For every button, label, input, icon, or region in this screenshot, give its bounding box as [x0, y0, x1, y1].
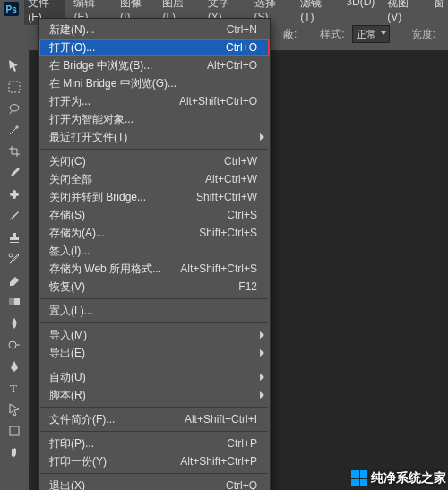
- menu-item[interactable]: 签入(I)...: [39, 242, 270, 260]
- menu-item[interactable]: 自动(U): [39, 368, 270, 386]
- menu-item-label: 存储为(A)...: [49, 226, 199, 241]
- gradient-tool-icon[interactable]: [4, 292, 25, 312]
- tools-panel: T: [0, 50, 30, 462]
- menu-item-label: 文件简介(F)...: [49, 412, 185, 427]
- type-tool-icon[interactable]: T: [4, 378, 25, 398]
- menu-item-shortcut: Alt+Ctrl+W: [205, 173, 257, 185]
- hand-tool-icon[interactable]: [4, 443, 25, 462]
- submenu-arrow-icon: [260, 391, 264, 399]
- menu-item[interactable]: 关闭并转到 Bridge...Shift+Ctrl+W: [39, 188, 270, 206]
- move-tool-icon[interactable]: [4, 56, 25, 75]
- menu-filter[interactable]: 滤镜(T): [297, 0, 337, 25]
- menu-item-shortcut: Alt+Ctrl+O: [207, 59, 257, 72]
- menu-view[interactable]: 视图(V): [383, 0, 425, 25]
- menu-separator: [40, 149, 268, 150]
- menu-item-label: 存储(S): [49, 208, 227, 223]
- menu-item-label: 在 Mini Bridge 中浏览(G)...: [49, 76, 257, 91]
- path-select-tool-icon[interactable]: [4, 400, 25, 419]
- menu-separator: [40, 473, 268, 474]
- menu-item-label: 脚本(R): [49, 388, 257, 403]
- lasso-tool-icon[interactable]: [4, 99, 25, 118]
- menu-item-shortcut: Ctrl+O: [226, 41, 257, 54]
- menu-item[interactable]: 脚本(R): [39, 386, 270, 404]
- menu-separator: [40, 298, 268, 299]
- menu-item[interactable]: 关闭(C)Ctrl+W: [39, 152, 270, 170]
- menu-separator: [40, 407, 268, 408]
- menu-item[interactable]: 存储为(A)...Shift+Ctrl+S: [39, 224, 270, 242]
- submenu-arrow-icon: [260, 374, 264, 381]
- menu-item-shortcut: Alt+Shift+Ctrl+S: [180, 262, 257, 275]
- menu-item[interactable]: 打印(P)...Ctrl+P: [39, 434, 270, 452]
- menu-item[interactable]: 存储为 Web 所用格式...Alt+Shift+Ctrl+S: [39, 260, 270, 278]
- menu-separator: [40, 431, 268, 432]
- menu-item-shortcut: Ctrl+Q: [226, 479, 257, 490]
- menu-item[interactable]: 在 Bridge 中浏览(B)...Alt+Ctrl+O: [39, 56, 270, 74]
- menu-item-label: 关闭全部: [49, 172, 205, 187]
- menu-item-label: 存储为 Web 所用格式...: [49, 262, 180, 277]
- eyedropper-tool-icon[interactable]: [4, 163, 25, 183]
- menu-item-label: 恢复(V): [49, 279, 238, 295]
- menu-item-label: 在 Bridge 中浏览(B)...: [49, 58, 207, 73]
- menu-item-label: 自动(U): [49, 370, 257, 385]
- file-menu-dropdown: 新建(N)...Ctrl+N打开(O)...Ctrl+O在 Bridge 中浏览…: [38, 18, 271, 490]
- menu-separator: [40, 322, 268, 323]
- watermark: 纯净系统之家: [351, 470, 446, 486]
- menu-item-shortcut: Ctrl+N: [227, 23, 257, 36]
- menu-item-label: 置入(L)...: [49, 304, 257, 319]
- menu-item-shortcut: Ctrl+S: [227, 209, 257, 221]
- shape-tool-icon[interactable]: [4, 421, 25, 441]
- menu-3d[interactable]: 3D(D): [342, 0, 378, 25]
- menu-item[interactable]: 在 Mini Bridge 中浏览(G)...: [39, 74, 270, 92]
- menu-bar: Ps 文件(F)编辑(E)图像(I)图层(L)文字(Y)选择(S)滤镜(T)3D…: [0, 0, 448, 18]
- menu-item-label: 打开(O)...: [49, 40, 226, 56]
- menu-item-label: 签入(I)...: [49, 244, 257, 259]
- history-brush-tool-icon[interactable]: [4, 249, 25, 269]
- menu-item-label: 关闭并转到 Bridge...: [49, 190, 196, 205]
- dodge-tool-icon[interactable]: [4, 335, 25, 355]
- menu-item-label: 新建(N)...: [49, 22, 227, 38]
- menu-item[interactable]: 存储(S)Ctrl+S: [39, 206, 270, 224]
- menu-item[interactable]: 置入(L)...: [39, 302, 270, 320]
- menu-item-shortcut: Shift+Ctrl+W: [196, 191, 257, 203]
- menu-item-shortcut: F12: [238, 280, 257, 293]
- menu-item[interactable]: 打印一份(Y)Alt+Shift+Ctrl+P: [39, 452, 270, 470]
- svg-text:T: T: [10, 382, 17, 395]
- menu-item-label: 最近打开文件(T): [49, 130, 257, 145]
- menu-item[interactable]: 打开为智能对象...: [39, 110, 270, 128]
- menu-item-shortcut: Alt+Shift+Ctrl+I: [185, 413, 257, 426]
- marquee-tool-icon[interactable]: [4, 77, 25, 97]
- brush-tool-icon[interactable]: [4, 206, 25, 226]
- menu-item[interactable]: 新建(N)...Ctrl+N: [39, 21, 270, 39]
- menu-item-label: 打印(P)...: [49, 436, 227, 451]
- blur-tool-icon[interactable]: [4, 314, 25, 333]
- wand-tool-icon[interactable]: [4, 120, 25, 140]
- menu-item-label: 关闭(C): [49, 154, 224, 169]
- menu-window-truncated[interactable]: 窗: [430, 0, 448, 25]
- menu-item-label: 打开为...: [49, 94, 179, 109]
- menu-item-shortcut: Alt+Shift+Ctrl+P: [180, 455, 257, 468]
- submenu-arrow-icon: [260, 331, 264, 339]
- menu-item[interactable]: 文件简介(F)...Alt+Shift+Ctrl+I: [39, 410, 270, 428]
- submenu-arrow-icon: [260, 349, 264, 357]
- watermark-logo-icon: [351, 470, 367, 486]
- style-select[interactable]: 正常: [352, 25, 390, 43]
- menu-item[interactable]: 导出(E): [39, 344, 270, 362]
- menu-item[interactable]: 关闭全部Alt+Ctrl+W: [39, 170, 270, 188]
- svg-rect-8: [10, 426, 19, 435]
- menu-item-label: 打开为智能对象...: [49, 112, 257, 127]
- menu-item[interactable]: 打开(O)...Ctrl+O: [39, 39, 270, 56]
- menu-item-label: 打印一份(Y): [49, 454, 180, 469]
- menu-item[interactable]: 导入(M): [39, 326, 270, 344]
- stamp-tool-icon[interactable]: [4, 228, 25, 247]
- pen-tool-icon[interactable]: [4, 357, 25, 376]
- heal-tool-icon[interactable]: [4, 185, 25, 204]
- menu-item-shortcut: Alt+Shift+Ctrl+O: [179, 95, 257, 107]
- menu-item[interactable]: 退出(X)Ctrl+Q: [39, 477, 270, 490]
- eraser-tool-icon[interactable]: [4, 271, 25, 290]
- watermark-text: 纯净系统之家: [371, 470, 446, 486]
- mask-label-truncated: 蔽:: [283, 27, 297, 42]
- menu-item[interactable]: 打开为...Alt+Shift+Ctrl+O: [39, 92, 270, 110]
- menu-item[interactable]: 最近打开文件(T): [39, 128, 270, 146]
- crop-tool-icon[interactable]: [4, 142, 25, 161]
- menu-item[interactable]: 恢复(V)F12: [39, 278, 270, 296]
